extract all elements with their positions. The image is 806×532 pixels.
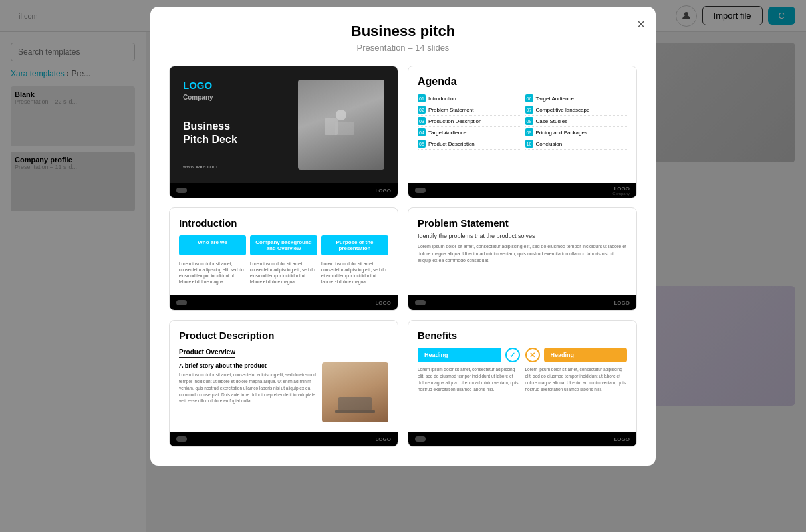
slide-6[interactable]: Benefits Heading ✓ Lorem ipsum dolor sit…	[408, 320, 637, 447]
slide-6-footer: LOGO	[408, 432, 636, 446]
modal-close-button[interactable]: ×	[637, 17, 645, 31]
agenda-item-06: 06 Target Audience	[525, 93, 628, 104]
intro-box-1: Who are we	[179, 235, 246, 255]
slide-5-content-area: A brief story about the product Lorem ip…	[179, 362, 388, 422]
agenda-label-04: Target Audience	[428, 130, 466, 136]
slide-4-footer-dot	[415, 300, 426, 305]
slide-1-footer: LOGO	[170, 183, 398, 198]
agenda-label-10: Conclusion	[536, 141, 563, 147]
agenda-item-01: 01 Introduction	[418, 93, 520, 104]
agenda-num-01: 01	[418, 94, 426, 102]
footer-dot	[176, 188, 187, 193]
modal-subtitle: Presentation – 14 slides	[169, 43, 637, 53]
logo-text: LOGO Company	[183, 80, 298, 102]
slide-2-title: Agenda	[418, 76, 627, 88]
bullet-item-3: Lorem ipsum dolor sit amet, consectetur …	[321, 261, 388, 285]
agenda-item-09: 09 Pricing and Packages	[525, 127, 628, 138]
check-icon: ✓	[505, 348, 520, 362]
slide-4-body: Lorem ipsum dolor sit amet, consectetur …	[418, 243, 627, 265]
slide-6-content: Benefits Heading ✓ Lorem ipsum dolor sit…	[408, 321, 636, 432]
agenda-label-08: Case Studies	[536, 118, 568, 124]
slide-3-title: Introduction	[179, 217, 388, 229]
benefit-badge-orange: ✕ Heading	[525, 348, 628, 362]
slide-4-subtitle: Identify the problems that the product s…	[418, 233, 627, 239]
slide-5-content-title: A brief story about the product	[179, 362, 317, 369]
slide-5-body: Lorem ipsum dolor sit amet, consectetur …	[179, 372, 317, 404]
agenda-label-07: Competitive landscape	[536, 107, 590, 113]
benefit-text-left: Lorem ipsum dolor sit amet, consectetur …	[418, 366, 520, 392]
slide-5-content: Product Description Product Overview A b…	[170, 321, 398, 432]
footer-logo: LOGO	[375, 188, 391, 194]
footer-logo-block: LOGO	[375, 188, 391, 194]
agenda-num-02: 02	[418, 106, 426, 114]
slide-4-content: Problem Statement Identify the problems …	[408, 208, 636, 295]
agenda-num-03: 03	[418, 117, 426, 125]
slide-2-footer-dot	[415, 188, 426, 193]
agenda-item-02: 02 Problem Statement	[418, 104, 520, 116]
slide-2-footer-logo-sub: Company	[612, 192, 630, 196]
x-icon: ✕	[525, 348, 540, 362]
benefit-col-left: Heading ✓ Lorem ipsum dolor sit amet, co…	[418, 348, 520, 392]
agenda-item-08: 08 Case Studies	[525, 116, 628, 127]
svg-rect-4	[338, 397, 372, 410]
slide-1-image	[298, 80, 384, 170]
slide-1-logo: LOGO Company	[183, 80, 298, 102]
bullet-item: Lorem ipsum dolor sit amet, consectetur …	[179, 261, 246, 285]
slide-4[interactable]: Problem Statement Identify the problems …	[408, 207, 637, 311]
slide-2-content: Agenda 01 Introduction 02 Problem Statem…	[408, 66, 636, 183]
slide-5[interactable]: Product Description Product Overview A b…	[169, 320, 398, 447]
logo-sub: Company	[183, 94, 213, 101]
intro-bullets: Lorem ipsum dolor sit amet, consectetur …	[179, 261, 388, 286]
badge-cyan: Heading	[418, 348, 501, 362]
slide-6-footer-logo: LOGO	[614, 436, 630, 442]
agenda-item-10: 10 Conclusion	[525, 138, 628, 150]
bullet-item-2: Lorem ipsum dolor sit amet, consectetur …	[250, 261, 317, 285]
agenda-label-06: Target Audience	[536, 96, 574, 102]
slide-5-footer-dot	[176, 436, 187, 442]
pitch-title-line2: Pitch Deck	[183, 134, 237, 145]
slide-5-text: A brief story about the product Lorem ip…	[179, 362, 317, 422]
agenda-label-03: Production Description	[428, 118, 481, 124]
benefits-compare: Heading ✓ Lorem ipsum dolor sit amet, co…	[418, 348, 627, 392]
agenda-num-06: 06	[525, 94, 533, 102]
modal-dialog: × Business pitch Presentation – 14 slide…	[150, 7, 656, 466]
logo-main: LOGO	[183, 80, 212, 91]
slide-1[interactable]: LOGO Company Business Pitch Deck www.xar…	[169, 66, 398, 198]
slide-3[interactable]: Introduction Who are we Company backgrou…	[169, 207, 398, 311]
slide-4-footer: LOGO	[408, 295, 636, 310]
intro-bullet-2: Lorem ipsum dolor sit amet, consectetur …	[250, 261, 317, 286]
svg-point-2	[336, 110, 346, 120]
agenda-item-07: 07 Competitive landscape	[525, 104, 628, 116]
slide-1-content: LOGO Company Business Pitch Deck www.xar…	[170, 66, 398, 183]
benefit-text-right: Lorem ipsum dolor sit amet, consectetur …	[525, 366, 628, 392]
agenda-num-10: 10	[525, 140, 533, 148]
agenda-num-07: 07	[525, 106, 533, 114]
pitch-title-line1: Business	[183, 120, 230, 132]
slide-url: www.xara.com	[183, 164, 298, 170]
slide-5-footer-logo: LOGO	[375, 436, 391, 442]
agenda-label-01: Introduction	[428, 96, 456, 102]
intro-bullet-3: Lorem ipsum dolor sit amet, consectetur …	[321, 261, 388, 286]
agenda-item-05: 05 Product Description	[418, 138, 520, 150]
agenda-grid: 01 Introduction 02 Problem Statement 03 …	[418, 93, 627, 150]
slide-2[interactable]: Agenda 01 Introduction 02 Problem Statem…	[408, 66, 637, 198]
benefit-col-right: ✕ Heading Lorem ipsum dolor sit amet, co…	[525, 348, 628, 392]
agenda-num-08: 08	[525, 117, 533, 125]
agenda-label-05: Product Description	[428, 141, 475, 147]
slide-5-footer: LOGO	[170, 432, 398, 446]
agenda-label-09: Pricing and Packages	[536, 130, 587, 136]
agenda-item-04: 04 Target Audience	[418, 127, 520, 138]
slide-4-footer-logo: LOGO	[614, 300, 630, 306]
badge-orange: Heading	[544, 348, 628, 362]
agenda-num-04: 04	[418, 128, 426, 136]
intro-bullet-1: Lorem ipsum dolor sit amet, consectetur …	[179, 261, 246, 286]
pitch-title: Business Pitch Deck	[183, 120, 298, 145]
modal-title: Business pitch	[169, 23, 637, 40]
slide-6-footer-dot	[415, 436, 426, 442]
slide-5-subtitle: Product Overview	[179, 348, 235, 358]
intro-box-3: Purpose of the presentation	[321, 235, 388, 255]
slide-3-footer: LOGO	[170, 295, 398, 310]
slide-3-footer-dot	[176, 300, 187, 305]
slide-6-title: Benefits	[418, 330, 627, 341]
agenda-num-05: 05	[418, 140, 426, 148]
